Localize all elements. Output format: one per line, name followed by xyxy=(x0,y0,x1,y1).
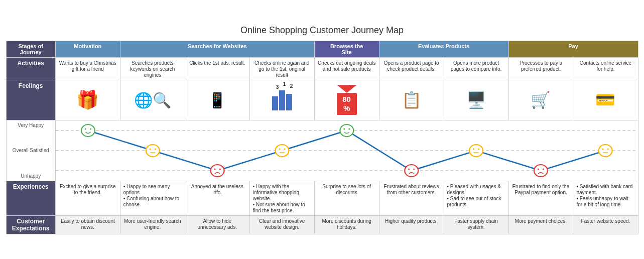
svg-point-10 xyxy=(211,165,224,177)
icon-gift: 🎁 xyxy=(55,80,120,120)
svg-point-11 xyxy=(214,168,215,170)
svg-point-24 xyxy=(473,148,474,150)
stages-header-row: Stages of Journey Motivation Searches fo… xyxy=(6,41,638,57)
svg-point-5 xyxy=(90,128,91,130)
svg-point-18 xyxy=(343,128,345,130)
expectations-label: Customer Expectations xyxy=(6,215,55,234)
icon-cart: 🛒 xyxy=(508,80,573,120)
experience-9: • Satisfied with bank card payment.• Fee… xyxy=(573,181,638,215)
icon-barchart: 3 1 2 xyxy=(249,80,314,120)
svg-point-12 xyxy=(219,168,220,170)
evaluates-header: Evaluates Products xyxy=(379,41,508,57)
activity-1: Wants to buy a Christmas gift for a frie… xyxy=(55,57,120,80)
searches-header: Searches for Websites xyxy=(120,41,314,57)
very-happy-label: Very Happy xyxy=(8,122,54,128)
svg-point-27 xyxy=(534,165,548,177)
svg-point-29 xyxy=(543,168,544,170)
expectation-6: Higher quality products. xyxy=(379,215,444,234)
svg-point-21 xyxy=(408,168,410,170)
emotion-chart-row: Very Happy Overall Satisfied Unhappy xyxy=(6,120,638,181)
activity-9: Contacts online service for help. xyxy=(573,57,638,80)
svg-point-22 xyxy=(413,168,415,170)
activity-5: Checks out ongoing deals and hot sale pr… xyxy=(314,57,379,80)
expectation-8: More payment choices. xyxy=(508,215,573,234)
activities-row: Activities Wants to buy a Christmas gift… xyxy=(6,57,638,80)
emotion-line-chart xyxy=(56,120,638,181)
svg-point-7 xyxy=(149,148,151,150)
svg-point-30 xyxy=(599,145,612,157)
experience-7: • Pleased with usages & designs.• Sad to… xyxy=(444,181,508,215)
svg-point-8 xyxy=(154,148,156,150)
svg-point-3 xyxy=(81,124,95,137)
icon-monitor: 🖥️ xyxy=(444,80,508,120)
experience-1: Excited to give a surprise to the friend… xyxy=(55,181,120,215)
activities-label: Activities xyxy=(6,57,55,80)
expectations-row: Customer Expectations Easily to obtain d… xyxy=(6,215,638,234)
svg-point-28 xyxy=(538,168,539,170)
emotion-labels-cell: Very Happy Overall Satisfied Unhappy xyxy=(6,120,55,181)
icon-creditcard: 💳 xyxy=(573,80,638,120)
activity-2: Searches products keywords on search eng… xyxy=(120,57,185,80)
emotion-chart-cell xyxy=(55,120,638,181)
svg-point-15 xyxy=(284,148,285,150)
experience-5: Surprise to see lots of discounts xyxy=(314,181,379,215)
svg-point-20 xyxy=(405,165,418,177)
experiences-label: Experiences xyxy=(6,181,55,215)
activity-4: Checks online again and go to the 1st. o… xyxy=(249,57,314,80)
svg-point-4 xyxy=(85,128,86,130)
expectation-2: More user-friendly search engine. xyxy=(120,215,185,234)
page-container: Online Shopping Customer Journey Map Sta… xyxy=(6,25,638,234)
expectation-9: Faster website speed. xyxy=(573,215,638,234)
svg-point-23 xyxy=(469,145,483,157)
svg-point-32 xyxy=(607,148,608,150)
browses-header: Browses theSite xyxy=(314,41,379,57)
svg-point-19 xyxy=(348,128,350,130)
icon-search: 🌐🔍 xyxy=(120,80,185,120)
page-title: Online Shopping Customer Journey Map xyxy=(6,25,638,36)
svg-point-17 xyxy=(340,124,353,137)
activity-3: Clicks the 1st ads. result. xyxy=(185,57,249,80)
experiences-row: Experiences Excited to give a surprise t… xyxy=(6,181,638,215)
icon-sale: 80% xyxy=(314,80,379,120)
svg-point-31 xyxy=(602,148,603,150)
motivation-header: Motivation xyxy=(55,41,120,57)
experience-2: • Happy to see many options• Confusing a… xyxy=(120,181,185,215)
experience-8: Frustrated to find only the Paypal payme… xyxy=(508,181,573,215)
feelings-label: Feelings xyxy=(6,80,55,120)
satisfied-label: Overall Satisfied xyxy=(8,148,54,153)
activity-6: Opens a product page to check product de… xyxy=(379,57,444,80)
svg-point-13 xyxy=(275,145,289,157)
unhappy-label: Unhappy xyxy=(8,173,54,179)
pay-header: Pay xyxy=(508,41,638,57)
experience-4: • Happy with the informative shopping we… xyxy=(249,181,314,215)
feelings-icons-row: Feelings 🎁 🌐🔍 📱 3 1 2 xyxy=(6,80,638,120)
experience-6: Frustrated about reviews from other cust… xyxy=(379,181,444,215)
expectation-3: Allow to hide unnecessary ads. xyxy=(185,215,249,234)
svg-point-6 xyxy=(146,145,160,157)
experience-3: Annoyed at the useless info. xyxy=(185,181,249,215)
icon-checklist: 📋 xyxy=(379,80,444,120)
expectation-4: Clear and innovative website design. xyxy=(249,215,314,234)
expectation-7: Faster supply chain system. xyxy=(444,215,508,234)
svg-point-14 xyxy=(279,148,280,150)
activity-8: Processes to pay a preferred product. xyxy=(508,57,573,80)
icon-phone: 📱 xyxy=(185,80,249,120)
stages-label: Stages of Journey xyxy=(6,41,55,57)
activity-7: Opens more product pages to compare info… xyxy=(444,57,508,80)
svg-point-25 xyxy=(478,148,479,150)
expectation-1: Easily to obtain discount news. xyxy=(55,215,120,234)
expectation-5: More discounts during holidays. xyxy=(314,215,379,234)
journey-map-table: Stages of Journey Motivation Searches fo… xyxy=(6,41,638,234)
